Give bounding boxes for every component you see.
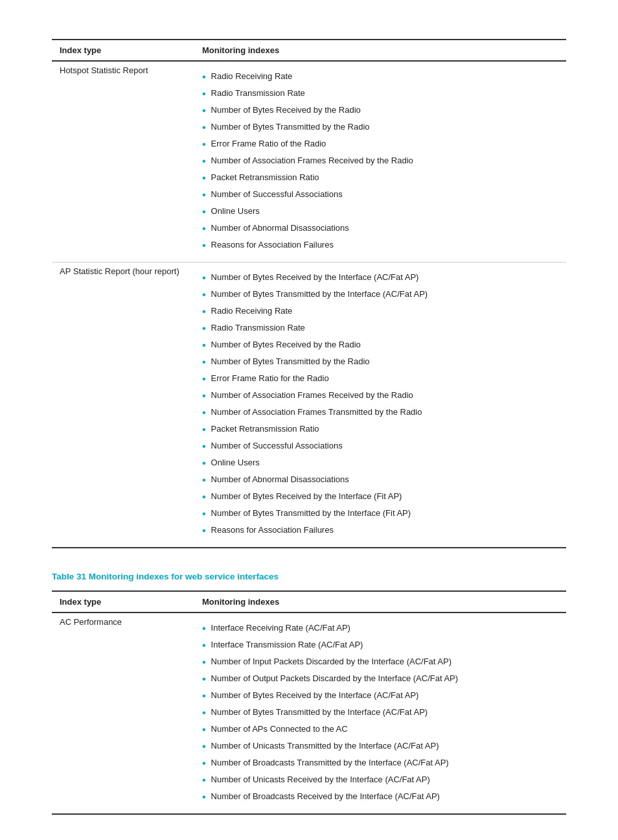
bullet-icon: •	[202, 773, 206, 788]
bullet-icon: •	[202, 655, 206, 670]
list-item: •Online Users	[202, 205, 558, 220]
list-item: •Packet Retransmission Ratio	[202, 423, 558, 438]
bullet-icon: •	[202, 187, 206, 203]
bullet-icon: •	[202, 739, 206, 754]
bullet-icon: •	[202, 621, 206, 636]
list-item-text: Radio Receiving Rate	[211, 305, 293, 318]
list-item-text: Number of Output Packets Discarded by th…	[211, 672, 459, 685]
list-item-text: Number of Bytes Received by the Interfac…	[211, 689, 419, 702]
bullet-icon: •	[202, 137, 206, 152]
bullet-icon: •	[202, 688, 206, 704]
bullet-icon: •	[202, 523, 206, 539]
list-item-text: Online Users	[211, 205, 260, 218]
list-item-text: Number of Bytes Transmitted by the Inter…	[211, 706, 428, 719]
list-item-text: Number of Input Packets Discarded by the…	[211, 655, 452, 668]
bullet-icon: •	[202, 287, 206, 303]
bullet-icon: •	[202, 154, 206, 169]
list-item-text: Packet Retransmission Ratio	[211, 423, 319, 436]
list-item-text: Number of Abnormal Disassociations	[211, 222, 349, 235]
list-item: •Number of Successful Associations	[202, 439, 558, 454]
bullet-icon: •	[202, 120, 206, 135]
table1-index-type-0: Hotspot Statistic Report	[52, 61, 194, 262]
list-item-text: Error Frame Ratio for the Radio	[211, 372, 329, 385]
bullet-icon: •	[202, 756, 206, 771]
bullet-icon: •	[202, 489, 206, 505]
table1: Index type Monitoring indexes Hotspot St…	[52, 39, 566, 548]
list-item-text: Radio Transmission Rate	[211, 87, 305, 100]
list-item-text: Error Frame Ratio of the Radio	[211, 137, 326, 150]
bullet-icon: •	[202, 69, 206, 85]
list-item-text: Number of Successful Associations	[211, 439, 343, 452]
bullet-icon: •	[202, 355, 206, 370]
list-item-text: Number of Association Frames Received by…	[211, 154, 413, 167]
list-item-text: Number of Bytes Transmitted by the Radio	[211, 121, 370, 134]
list-item-text: Interface Transmission Rate (AC/Fat AP)	[211, 638, 363, 651]
list-item-text: Reasons for Association Failures	[211, 524, 334, 537]
list-item: •Number of Bytes Received by the Radio	[202, 104, 558, 119]
list-item: •Number of Successful Associations	[202, 188, 558, 203]
list-item: •Number of Association Frames Received b…	[202, 154, 558, 169]
bullet-icon: •	[202, 238, 206, 253]
list-item-text: Interface Receiving Rate (AC/Fat AP)	[211, 622, 350, 635]
list-item: •Number of Output Packets Discarded by t…	[202, 672, 558, 687]
list-item: •Number of Bytes Received by the Radio	[202, 338, 558, 353]
bullet-icon: •	[202, 103, 206, 119]
list-item-text: Radio Receiving Rate	[211, 70, 293, 83]
bullet-icon: •	[202, 705, 206, 721]
bullet-icon: •	[202, 472, 206, 488]
list-item-text: Number of Bytes Transmitted by the Inter…	[211, 507, 411, 520]
table1-index-type-1: AP Statistic Report (hour report)	[52, 262, 194, 548]
list-item: •Reasons for Association Failures	[202, 239, 558, 253]
table2-header-monitoring-indexes: Monitoring indexes	[194, 591, 566, 612]
table1-items-1: •Number of Bytes Received by the Interfa…	[194, 262, 566, 548]
list-item-text: Number of Broadcasts Transmitted by the …	[211, 756, 449, 769]
list-item: •Number of Bytes Transmitted by the Radi…	[202, 355, 558, 370]
list-item: •Number of Bytes Transmitted by the Radi…	[202, 121, 558, 135]
table2-index-type-0: AC Performance	[52, 612, 194, 814]
bullet-icon: •	[202, 638, 206, 653]
list-item: •Number of Input Packets Discarded by th…	[202, 655, 558, 670]
bullet-icon: •	[202, 321, 206, 336]
list-item-text: Number of Association Frames Transmitted…	[211, 406, 422, 419]
list-item-text: Number of APs Connected to the AC	[211, 723, 348, 736]
bullet-icon: •	[202, 405, 206, 421]
list-item: •Radio Transmission Rate	[202, 87, 558, 102]
list-item: •Number of Bytes Received by the Interfa…	[202, 271, 558, 286]
list-item-text: Number of Successful Associations	[211, 188, 343, 201]
list-item-text: Number of Bytes Received by the Interfac…	[211, 271, 419, 284]
list-item: •Number of Association Frames Received b…	[202, 389, 558, 404]
list-item-text: Number of Unicasts Received by the Inter…	[211, 773, 430, 786]
list-item: •Number of Bytes Received by the Interfa…	[202, 689, 558, 704]
bullet-icon: •	[202, 789, 206, 805]
list-item-text: Number of Association Frames Received by…	[211, 389, 413, 402]
list-item: •Radio Receiving Rate	[202, 70, 558, 85]
bullet-icon: •	[202, 371, 206, 387]
list-item: •Error Frame Ratio of the Radio	[202, 137, 558, 152]
bullet-icon: •	[202, 86, 206, 102]
list-item: •Number of Abnormal Disassociations	[202, 473, 558, 488]
list-item: •Online Users	[202, 456, 558, 471]
table2: Index type Monitoring indexes AC Perform…	[52, 590, 566, 815]
list-item-text: Number of Abnormal Disassociations	[211, 473, 349, 486]
list-item: •Number of Unicasts Received by the Inte…	[202, 773, 558, 788]
bullet-icon: •	[202, 422, 206, 438]
list-item: •Radio Receiving Rate	[202, 305, 558, 320]
list-item-text: Radio Transmission Rate	[211, 321, 305, 334]
list-item-text: Number of Bytes Transmitted by the Radio	[211, 355, 370, 368]
bullet-icon: •	[202, 671, 206, 687]
bullet-icon: •	[202, 304, 206, 320]
list-item: •Packet Retransmission Ratio	[202, 171, 558, 186]
list-item-text: Online Users	[211, 456, 260, 469]
list-item-text: Reasons for Association Failures	[211, 239, 334, 251]
bullet-icon: •	[202, 221, 206, 237]
list-item: •Number of Broadcasts Transmitted by the…	[202, 756, 558, 771]
list-item: •Number of APs Connected to the AC	[202, 723, 558, 738]
list-item-text: Number of Bytes Received by the Interfac…	[211, 490, 402, 503]
table2-items-0: •Interface Receiving Rate (AC/Fat AP)•In…	[194, 612, 566, 814]
list-item: •Number of Bytes Transmitted by the Inte…	[202, 507, 558, 522]
list-item: •Number of Unicasts Transmitted by the I…	[202, 740, 558, 754]
list-item-text: Number of Broadcasts Received by the Int…	[211, 790, 440, 803]
list-item-text: Number of Bytes Transmitted by the Inter…	[211, 288, 428, 301]
bullet-icon: •	[202, 270, 206, 286]
table2-header-index-type: Index type	[52, 591, 194, 612]
